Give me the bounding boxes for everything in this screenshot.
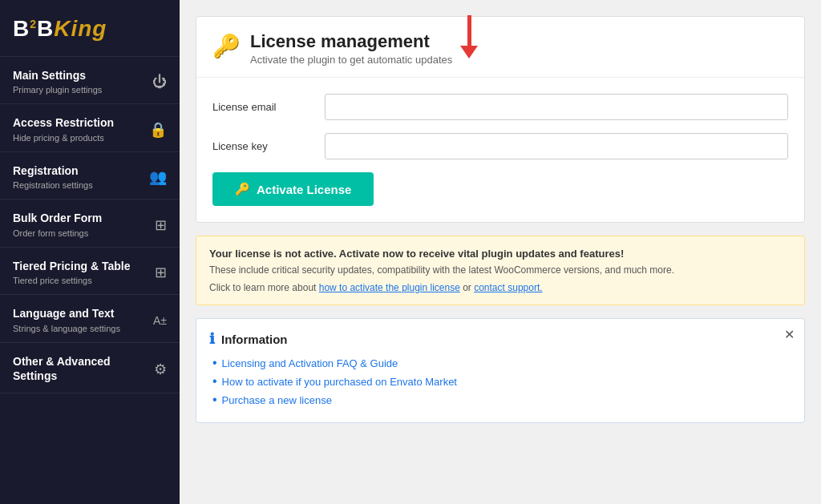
- grid-icon: ⊞: [155, 264, 167, 281]
- warning-link-line: Click to learn more about how to activat…: [209, 282, 791, 293]
- activate-license-button[interactable]: 🔑 Activate License: [212, 172, 374, 206]
- key-label: License key: [212, 140, 325, 152]
- gear-icon: ⚙: [154, 361, 167, 378]
- sidebar-item-bulk-title: Bulk Order Form: [13, 211, 148, 225]
- info-title: Information: [221, 333, 288, 346]
- sidebar-item-main-settings-title: Main Settings: [13, 68, 146, 83]
- email-row: License email: [212, 94, 788, 120]
- page-subtitle: Activate the plugin to get automatic upd…: [250, 54, 452, 66]
- sidebar-item-registration[interactable]: Registration Registration settings 👥: [0, 152, 180, 200]
- warning-link-prefix: Click to learn more about: [209, 282, 319, 293]
- sidebar-item-registration-title: Registration: [13, 163, 143, 178]
- email-label: License email: [212, 101, 325, 113]
- table-icon: ⊞: [155, 216, 167, 234]
- activate-plugin-link[interactable]: how to activate the plugin license: [319, 282, 460, 293]
- logo: B2BKing: [13, 16, 167, 42]
- license-form: License email License key 🔑 Activate Lic…: [196, 78, 804, 222]
- users-icon: 👥: [149, 168, 167, 186]
- language-icon: A±: [153, 314, 167, 327]
- sidebar-item-bulk-order[interactable]: Bulk Order Form Order form settings ⊞: [0, 200, 180, 247]
- license-card: 🔑 License management Activate the plugin…: [196, 16, 805, 223]
- sidebar-item-main-settings-subtitle: Primary plugin settings: [13, 84, 146, 95]
- arrow-shaft: [467, 15, 471, 46]
- sidebar-item-language[interactable]: Language and Text Strings & language set…: [0, 295, 180, 342]
- info-close-button[interactable]: ✕: [784, 327, 795, 342]
- page-title: License management: [250, 31, 452, 52]
- faq-link[interactable]: Licensing and Activation FAQ & Guide: [222, 357, 398, 369]
- sidebar-item-access-subtitle: Hide pricing & products: [13, 132, 143, 143]
- purchase-link[interactable]: Purchase a new license: [222, 394, 332, 406]
- sidebar-item-bulk-subtitle: Order form settings: [13, 228, 148, 239]
- license-card-header: 🔑 License management Activate the plugin…: [196, 17, 804, 78]
- sidebar: B2BKing Main Settings Primary plugin set…: [0, 0, 180, 504]
- logo-area: B2BKing: [0, 0, 180, 57]
- sidebar-item-other-title: Other & Advanced Settings: [13, 354, 148, 383]
- arrow-annotation: [460, 15, 478, 58]
- info-item-1: Licensing and Activation FAQ & Guide: [212, 356, 791, 370]
- sidebar-item-other-advanced[interactable]: Other & Advanced Settings ⚙: [0, 343, 180, 393]
- sidebar-item-tiered-subtitle: Tiered price settings: [13, 275, 148, 286]
- sidebar-item-tiered-pricing[interactable]: Tiered Pricing & Table Tiered price sett…: [0, 248, 180, 295]
- warning-title: Your license is not active. Activate now…: [209, 248, 791, 260]
- main-content: 🔑 License management Activate the plugin…: [180, 0, 821, 504]
- info-item-2: How to activate if you purchased on Enva…: [212, 374, 791, 389]
- sidebar-item-tiered-title: Tiered Pricing & Table: [13, 259, 148, 273]
- warning-middle-text: or: [460, 282, 474, 293]
- warning-box: Your license is not active. Activate now…: [196, 236, 805, 305]
- info-list: Licensing and Activation FAQ & Guide How…: [209, 356, 791, 407]
- warning-desc: These include critical security updates,…: [209, 264, 791, 276]
- info-box: ℹ Information ✕ Licensing and Activation…: [196, 318, 805, 423]
- lock-icon: 🔒: [149, 121, 167, 139]
- license-key-input[interactable]: [325, 133, 788, 159]
- power-icon: ⏻: [152, 74, 167, 91]
- sidebar-item-access-title: Access Restriction: [13, 115, 143, 130]
- contact-support-link[interactable]: contact support.: [474, 282, 542, 293]
- sidebar-item-language-title: Language and Text: [13, 306, 147, 321]
- key-row: License key: [212, 133, 788, 159]
- info-circle-icon: ℹ: [209, 330, 215, 348]
- key-button-icon: 🔑: [235, 182, 250, 196]
- info-item-3: Purchase a new license: [212, 393, 791, 407]
- sidebar-item-registration-subtitle: Registration settings: [13, 179, 143, 191]
- envato-link[interactable]: How to activate if you purchased on Enva…: [222, 376, 457, 388]
- key-icon: 🔑: [212, 33, 241, 59]
- email-input[interactable]: [325, 94, 788, 120]
- sidebar-item-main-settings[interactable]: Main Settings Primary plugin settings ⏻: [0, 57, 180, 104]
- arrow-head: [460, 46, 478, 58]
- sidebar-item-access-restriction[interactable]: Access Restriction Hide pricing & produc…: [0, 104, 180, 151]
- activate-button-label: Activate License: [257, 183, 351, 196]
- sidebar-item-language-subtitle: Strings & language settings: [13, 323, 147, 334]
